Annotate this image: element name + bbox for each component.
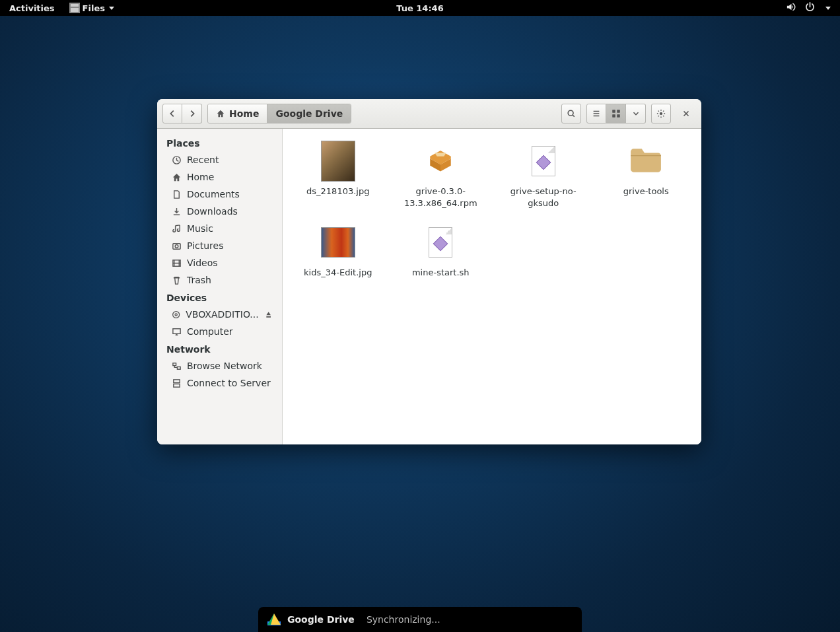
sidebar-item-downloads[interactable]: Downloads — [157, 203, 282, 220]
file-label: mine-start.sh — [412, 267, 470, 279]
eject-icon[interactable] — [264, 310, 273, 320]
svg-rect-12 — [173, 328, 180, 334]
close-button[interactable] — [676, 104, 696, 123]
sidebar-section-network: Network — [157, 340, 282, 357]
file-label: ds_218103.jpg — [306, 186, 369, 197]
path-home-label: Home — [229, 108, 259, 119]
folder-icon — [629, 146, 662, 176]
svg-rect-15 — [174, 379, 180, 382]
svg-point-11 — [175, 313, 177, 315]
file-label: grive-setup-no-gksudo — [497, 186, 590, 209]
sidebar-section-places: Places — [157, 134, 282, 151]
activities-button[interactable]: Activities — [0, 3, 64, 13]
file-item[interactable]: grive-0.3.0-13.3.x86_64.rpm — [392, 138, 490, 211]
view-switcher — [586, 104, 646, 123]
gear-button[interactable] — [651, 104, 671, 123]
script-file-icon — [429, 227, 452, 258]
sidebar-item-recent[interactable]: Recent — [157, 151, 282, 168]
file-item[interactable]: ds_218103.jpg — [289, 138, 387, 211]
back-button[interactable] — [162, 104, 182, 123]
svg-rect-1 — [612, 110, 615, 113]
grid-view-button[interactable] — [606, 104, 626, 123]
gnome-top-bar: Activities Files Tue 14:46 — [0, 0, 840, 16]
path-segment-home[interactable]: Home — [208, 104, 267, 123]
view-options-button[interactable] — [626, 104, 646, 123]
svg-rect-14 — [177, 367, 180, 369]
forward-button[interactable] — [182, 104, 202, 123]
file-item[interactable]: kids_34-Edit.jpg — [289, 219, 387, 281]
svg-point-10 — [173, 311, 180, 318]
system-tray — [786, 2, 840, 14]
file-label: grive-tools — [623, 186, 669, 197]
svg-point-0 — [568, 110, 573, 116]
script-file-icon — [532, 146, 555, 176]
sidebar-item-browse-network[interactable]: Browse Network — [157, 357, 282, 374]
file-label: grive-0.3.0-13.3.x86_64.rpm — [395, 186, 487, 209]
file-label: kids_34-Edit.jpg — [304, 267, 372, 279]
file-item[interactable]: grive-tools — [598, 138, 695, 211]
list-view-button[interactable] — [586, 104, 606, 123]
sidebar-section-devices: Devices — [157, 289, 282, 306]
app-menu-label: Files — [83, 3, 105, 13]
path-bar: Home Google Drive — [207, 104, 351, 123]
svg-rect-2 — [617, 110, 619, 113]
google-drive-icon — [267, 614, 281, 625]
sidebar-item-documents[interactable]: Documents — [157, 186, 282, 203]
svg-rect-4 — [617, 115, 619, 118]
user-menu-chevron-icon[interactable] — [825, 7, 831, 10]
file-item[interactable]: grive-setup-no-gksudo — [495, 138, 592, 211]
toolbar: Home Google Drive — [157, 99, 701, 129]
svg-rect-16 — [174, 384, 180, 387]
sidebar-item-connect-server[interactable]: Connect to Server — [157, 374, 282, 392]
image-thumbnail-icon — [321, 141, 355, 182]
notification-title: Google Drive — [287, 614, 355, 625]
nav-button-group — [162, 104, 202, 123]
sidebar-item-music[interactable]: Music — [157, 220, 282, 237]
volume-icon[interactable] — [786, 2, 796, 14]
package-icon — [427, 146, 454, 176]
svg-point-8 — [175, 244, 178, 248]
sidebar-item-home[interactable]: Home — [157, 168, 282, 186]
clock[interactable]: Tue 14:46 — [396, 3, 443, 13]
path-segment-current[interactable]: Google Drive — [267, 104, 351, 123]
file-grid-area: ds_218103.jpggrive-0.3.0-13.3.x86_64.rpm… — [283, 129, 701, 444]
sidebar-item-vboxadditions[interactable]: VBOXADDITIO... — [157, 306, 282, 323]
image-thumbnail-icon — [321, 227, 355, 258]
file-item[interactable]: mine-start.sh — [392, 219, 490, 281]
sidebar-item-videos[interactable]: Videos — [157, 254, 282, 271]
sidebar-item-computer[interactable]: Computer — [157, 323, 282, 340]
svg-point-5 — [660, 112, 662, 115]
notification-toast[interactable]: Google Drive Synchronizing... — [258, 607, 582, 632]
chevron-down-icon — [109, 7, 114, 10]
svg-rect-3 — [612, 115, 615, 118]
sidebar-item-trash[interactable]: Trash — [157, 271, 282, 289]
app-menu[interactable]: Files — [64, 3, 120, 13]
notification-message: Synchronizing... — [367, 614, 440, 625]
files-window: Home Google Drive — [157, 99, 701, 444]
search-button[interactable] — [561, 104, 581, 123]
sidebar-item-pictures[interactable]: Pictures — [157, 237, 282, 254]
path-current-label: Google Drive — [275, 108, 343, 119]
files-app-icon — [69, 3, 80, 13]
power-icon[interactable] — [805, 2, 815, 14]
svg-rect-13 — [173, 363, 176, 365]
sidebar: Places Recent Home Documents Downloads M… — [157, 129, 283, 444]
